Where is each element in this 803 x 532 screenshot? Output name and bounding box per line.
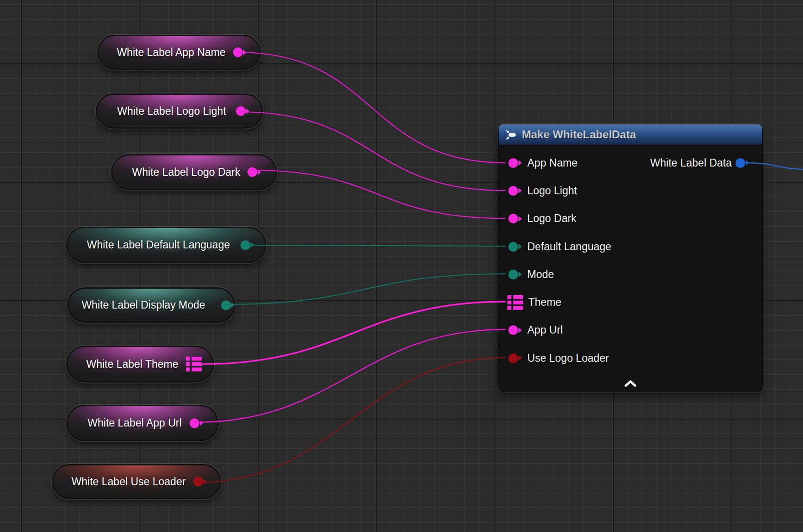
pin-label: Theme [528,296,562,309]
make-node-header[interactable]: Make WhiteLabelData [499,124,762,145]
wire-use-logo-loader[interactable] [197,358,506,483]
input-pin-logo-light[interactable] [508,186,522,196]
pin-label: Use Logo Loader [527,352,609,365]
variable-node-label: White Label Display Mode [68,289,234,322]
input-pin-app-url[interactable] [508,325,522,335]
make-node-input-pins: App Name Logo Light Logo Dark Default La… [499,149,762,372]
variable-node-label: White Label Default Language [68,228,265,262]
pin-row-app-url: App Url [499,316,762,344]
variable-node-white-label-default-language[interactable]: White Label Default Language [66,227,266,263]
collapse-node-button[interactable] [623,379,638,388]
pin-label: App Url [527,324,563,336]
output-pin-white-label-theme-struct-icon[interactable] [186,357,202,371]
input-pin-use-logo-loader[interactable] [508,353,522,363]
pin-row-mode: Mode [499,260,762,288]
variable-node-white-label-display-mode[interactable]: White Label Display Mode [67,287,235,323]
graph-canvas[interactable]: White Label App Name White Label Logo Li… [0,0,803,532]
input-pin-default-language[interactable] [508,242,522,252]
pin-row-use-logo-loader: Use Logo Loader [499,344,762,372]
struct-rows-icon [186,357,202,371]
pin-label: White Label Data [650,157,732,169]
make-struct-icon [505,129,517,141]
pin-label: Default Language [527,241,612,253]
wire-logo-light[interactable] [239,112,506,191]
pin-row-default-language: Default Language [499,233,762,260]
output-pin-white-label-logo-light[interactable] [236,106,249,116]
input-pin-theme-struct-icon[interactable] [507,295,523,310]
variable-node-white-label-theme[interactable]: White Label Theme [66,346,214,383]
pin-row-white-label-data: White Label Data [650,149,762,177]
wire-display-mode[interactable] [224,274,506,304]
input-pin-mode[interactable] [508,270,522,279]
pin-row-logo-light: Logo Light [499,177,762,204]
pin-label: Mode [527,268,554,281]
variable-node-white-label-app-url[interactable]: White Label App Url [66,405,219,441]
chevron-up-icon [624,380,636,387]
output-pin-white-label-app-url[interactable] [190,418,203,428]
pin-label: Logo Dark [527,212,576,225]
pin-label: Logo Light [527,185,577,197]
output-pin-white-label-logo-dark[interactable] [247,167,261,177]
make-node-title: Make WhiteLabelData [522,128,636,141]
wire-logo-dark[interactable] [251,170,506,218]
output-pin-white-label-use-loader[interactable] [193,477,207,487]
make-whitelabeldata-node[interactable]: Make WhiteLabelData App Name Logo Light … [499,124,762,392]
output-pin-white-label-display-mode[interactable] [221,300,235,310]
pin-label: App Name [527,157,578,169]
wire-app-name[interactable] [238,52,506,163]
wire-app-url[interactable] [195,329,506,422]
input-pin-app-name[interactable] [508,158,522,168]
variable-node-white-label-use-loader[interactable]: White Label Use Loader [52,464,221,499]
wire-default-language[interactable] [244,245,506,246]
input-pin-logo-dark[interactable] [508,214,522,223]
pin-row-theme: Theme [499,288,762,316]
variable-node-white-label-logo-light[interactable]: White Label Logo Light [96,93,263,129]
variable-node-white-label-logo-dark[interactable]: White Label Logo Dark [111,154,277,190]
variable-node-white-label-app-name[interactable]: White Label App Name [97,35,261,70]
pin-row-logo-dark: Logo Dark [499,205,762,233]
